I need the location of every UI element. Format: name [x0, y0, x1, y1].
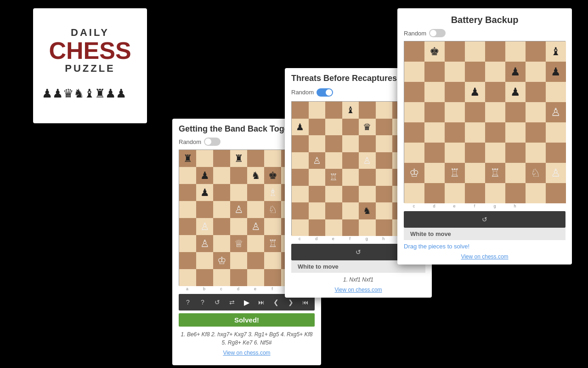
- sq-f8: [264, 150, 281, 167]
- card-1-title: Battery Backup: [397, 8, 572, 27]
- sq-c4: [213, 218, 230, 235]
- sq-a8: ♜: [179, 150, 196, 167]
- sq-c7: [213, 167, 230, 184]
- sq-c8: [213, 150, 230, 167]
- card-3-view-link[interactable]: View on chess.com: [172, 349, 321, 358]
- sq-a5: [179, 201, 196, 218]
- sq-a4: [179, 218, 196, 235]
- sq-d1: [230, 269, 247, 286]
- sq-a6: [179, 184, 196, 201]
- sq-d4: [230, 218, 247, 235]
- sq-e8: [247, 150, 264, 167]
- sq-e5: [247, 201, 264, 218]
- card-1-board[interactable]: ♚ ♝ ♟ ♟ ♟ ♟ ♙: [404, 41, 565, 203]
- flip-btn[interactable]: ⇄: [227, 297, 237, 307]
- card-3-random-label: Random: [179, 138, 201, 145]
- sq-b2: [196, 252, 213, 269]
- sq-a1: [179, 269, 196, 286]
- card-1-random-row: Random: [397, 27, 572, 41]
- solved-bar: Solved!: [179, 313, 315, 327]
- sq-f5: ♘: [264, 201, 281, 218]
- sq-b7: ♟: [196, 167, 213, 184]
- sq-a7: [179, 167, 196, 184]
- sq-c1: [213, 269, 230, 286]
- logo-chess: CHESS: [49, 39, 131, 63]
- refresh-btn[interactable]: ↺: [212, 297, 222, 307]
- card-battery-backup: Battery Backup Random ♚ ♝ ♟ ♟ ♟ ♟: [397, 8, 572, 264]
- card-3-toggle[interactable]: [204, 138, 220, 146]
- logo-card: DAILY CHESS PUZZLE ♟♟♛♞♝♜♟♟: [33, 8, 147, 123]
- sq-f2: [264, 252, 281, 269]
- sq-c6: [213, 184, 230, 201]
- sq-d5: ♙: [230, 201, 247, 218]
- card-1-random-label: Random: [404, 30, 426, 37]
- sq-b5: [196, 201, 213, 218]
- card-1-toolbar: ↺: [404, 211, 565, 228]
- card-2-toggle[interactable]: [317, 88, 333, 97]
- card-2-random-label: Random: [291, 89, 314, 96]
- svg-text:♟♟♛♞♝♜♟♟: ♟♟♛♞♝♜♟♟: [42, 86, 126, 100]
- sq-b6: ♟: [196, 184, 213, 201]
- sq-c2: ♔: [213, 252, 230, 269]
- logo-puzzle: PUZZLE: [65, 63, 115, 75]
- sq-c3: [213, 235, 230, 252]
- next-move-btn[interactable]: ❯: [286, 297, 296, 307]
- card-1-toggle[interactable]: [429, 29, 446, 37]
- sq-b8: [196, 150, 213, 167]
- skip-start-btn[interactable]: ⏮: [300, 297, 311, 307]
- card-1-white-to-move: White to move: [404, 228, 565, 240]
- card-1-file-labels: cde fgh: [397, 203, 572, 208]
- sq-e7: ♞: [247, 167, 264, 184]
- sq-d7: [230, 167, 247, 184]
- sq-d2: [230, 252, 247, 269]
- sq-a2: [179, 252, 196, 269]
- sq-f1: [264, 269, 281, 286]
- hint-btn[interactable]: ?: [183, 297, 193, 307]
- sq-d6: [230, 184, 247, 201]
- sq-d8: ♜: [230, 150, 247, 167]
- card-2-move-text: 1. Nxf1 Nxf1: [285, 273, 432, 286]
- sq-e3: [247, 235, 264, 252]
- card-1-refresh-btn[interactable]: ↺: [480, 214, 490, 224]
- sq-e6: [247, 184, 264, 201]
- card-2-view-link[interactable]: View on chess.com: [285, 286, 432, 298]
- card-1-drag-text: Drag the pieces to solve!: [397, 240, 572, 253]
- sq-f6: ♗: [264, 184, 281, 201]
- skip-end-btn[interactable]: ⏭: [256, 297, 266, 307]
- sq-f7: ♚: [264, 167, 281, 184]
- sq-b4: ♙: [196, 218, 213, 235]
- card-3-move-text: 1. Be6+ Kf8 2. hxg7+ Kxg7 3. Rg1+ Bg5 4.…: [172, 327, 321, 349]
- sq-d3: ♕: [230, 235, 247, 252]
- sq-e2: [247, 252, 264, 269]
- sq-a3: [179, 235, 196, 252]
- sq-c5: [213, 201, 230, 218]
- card-1-view-link[interactable]: View on chess.com: [397, 253, 572, 264]
- logo-pieces: ♟♟♛♞♝♜♟♟: [42, 79, 138, 105]
- sq-f3: ♖: [264, 235, 281, 252]
- sq-b1: [196, 269, 213, 286]
- card-2-refresh-btn[interactable]: ↺: [353, 247, 363, 257]
- play-btn[interactable]: ▶: [242, 297, 252, 307]
- sq-e4: ♙: [247, 218, 264, 235]
- sq-e1: [247, 269, 264, 286]
- prev-btn[interactable]: ❮: [271, 297, 281, 307]
- info-btn[interactable]: ?: [198, 297, 208, 307]
- sq-b3: ♙: [196, 235, 213, 252]
- sq-f4: [264, 218, 281, 235]
